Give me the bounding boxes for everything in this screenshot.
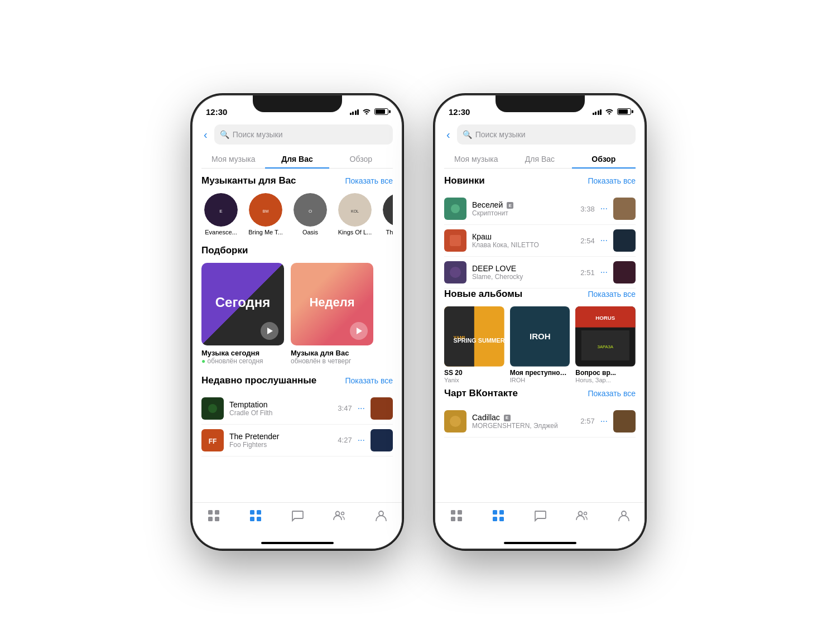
artist-item-oasis[interactable]: O Oasis — [291, 193, 330, 236]
song-more-deeplove[interactable]: ··· — [600, 267, 608, 277]
chart-section-header-right: Чарт ВКонтакте Показать все — [444, 388, 636, 399]
chart-show-all-right[interactable]: Показать все — [588, 389, 636, 398]
svg-rect-8 — [383, 193, 393, 227]
album-item-iroh[interactable]: IROH Моя преступность IROH — [510, 306, 570, 383]
svg-rect-55 — [493, 510, 497, 515]
search-icon-right: 🔍 — [463, 130, 472, 139]
tabbar-profile-right[interactable] — [617, 508, 631, 523]
artist-name-oasis: Oasis — [302, 229, 318, 236]
song-more-temptation[interactable]: ··· — [358, 403, 365, 414]
song-item-temptation[interactable]: Temptation Cradle Of Filth 3:47 ··· — [201, 393, 393, 425]
signal-icon-right — [593, 108, 602, 115]
tabbar-music-right[interactable] — [491, 508, 506, 523]
tabbar-feed-right[interactable] — [449, 508, 464, 523]
search-text-right: Поиск музыки — [475, 130, 526, 139]
search-bar-left[interactable]: 🔍 Поиск музыки — [214, 124, 393, 145]
status-icons-right — [593, 108, 632, 116]
albums-title-right: Новые альбомы — [444, 289, 522, 300]
tabbar-profile-left[interactable] — [374, 508, 388, 523]
tab-my-music-right[interactable]: Моя музыка — [444, 150, 508, 168]
artist-item-bringme[interactable]: BM Bring Me T... — [246, 193, 285, 236]
artist-name-three: Three D... — [386, 229, 393, 236]
song-duration-temptation: 3:47 — [338, 404, 352, 412]
search-icon-left: 🔍 — [220, 130, 229, 139]
playlist-card-today[interactable]: Сегодня Музыка сегодня ● обновлён сегодн… — [201, 263, 284, 366]
svg-rect-57 — [493, 517, 497, 521]
tabbar-feed-left[interactable] — [206, 508, 221, 523]
svg-rect-52 — [458, 510, 462, 515]
album-title-horus: Вопрос вр... — [575, 369, 636, 377]
recent-section-header-left: Недавно прослушанные Показать все — [201, 375, 393, 386]
notch-right — [496, 95, 585, 112]
play-button-week[interactable] — [350, 322, 368, 340]
new-show-all-right[interactable]: Показать все — [588, 176, 636, 185]
tabbar-friends-left[interactable] — [332, 508, 347, 523]
album-item-horus[interactable]: HORUS ЗАРАЗА Вопрос вр... Horus, Зар... — [575, 306, 636, 383]
search-bar-right[interactable]: 🔍 Поиск музыки — [457, 124, 636, 145]
svg-rect-51 — [451, 510, 455, 515]
artist-name-evanescence: Evanescе... — [205, 229, 237, 236]
song-more-krash[interactable]: ··· — [600, 236, 608, 246]
back-button-right[interactable]: ‹ — [444, 127, 453, 142]
artist-item-evanescence[interactable]: E Evanescе... — [201, 193, 240, 236]
album-item-ss20[interactable]: YAMI SPRING SUMMER 20 SS 20 Yanix — [444, 306, 504, 383]
song-item-deeplove[interactable]: DEEP LOVE Slame, Cherocky 2:51 ··· — [444, 257, 636, 289]
album-grid-right: YAMI SPRING SUMMER 20 SS 20 Yanix — [444, 306, 636, 383]
artists-title-left: Музыканты для Вас — [201, 175, 296, 186]
tabbar-chat-right[interactable] — [533, 508, 547, 523]
recent-title-left: Недавно прослушанные — [201, 375, 316, 386]
song-artist-krash: Клава Кока, NILETTO — [472, 241, 575, 249]
status-time-right: 12:30 — [449, 107, 470, 117]
svg-rect-21 — [257, 510, 261, 515]
song-duration-cadillac: 2:57 — [580, 417, 594, 425]
tab-browse-right[interactable]: Обзор — [572, 150, 636, 168]
tab-my-music-left[interactable]: Моя музыка — [201, 150, 265, 168]
album-artist-iroh: IROH — [510, 377, 570, 383]
svg-rect-19 — [215, 517, 219, 521]
phone-right: 12:30 — [435, 95, 644, 549]
battery-icon-left — [374, 108, 388, 115]
song-item-pretender[interactable]: FF The Pretender Foo Fighters 4:27 ··· — [201, 425, 393, 456]
recent-show-all-left[interactable]: Показать все — [345, 376, 393, 385]
song-duration-veseley: 3:38 — [580, 205, 594, 213]
content-left: ‹ 🔍 Поиск музыки Моя музыка Для Вас — [193, 120, 402, 502]
tab-for-you-right[interactable]: Для Вас — [508, 150, 571, 168]
playlist-subtitle-week: обновлён в четверг — [291, 357, 373, 366]
song-duration-pretender: 4:27 — [338, 436, 352, 444]
song-item-veseley[interactable]: Веселей E Скриптонит 3:38 ··· — [444, 193, 636, 225]
svg-rect-31 — [450, 235, 461, 246]
tab-browse-left[interactable]: Обзор — [329, 150, 393, 168]
tabbar-friends-right[interactable] — [575, 508, 589, 523]
tab-for-you-left[interactable]: Для Вас — [265, 150, 329, 168]
artists-row-left: E Evanescе... BM Bring Me T... — [201, 193, 393, 236]
svg-point-49 — [450, 416, 461, 427]
svg-text:HORUS: HORUS — [596, 315, 616, 321]
svg-point-11 — [208, 404, 217, 413]
song-more-pretender[interactable]: ··· — [358, 435, 365, 445]
play-button-today[interactable] — [261, 322, 278, 340]
phone-left-screen: 12:30 — [193, 95, 402, 549]
artist-item-kings[interactable]: KOL Kings Of L... — [335, 193, 374, 236]
home-indicator-left — [261, 542, 334, 544]
artists-show-all-left[interactable]: Показать все — [345, 176, 393, 185]
albums-section-header-right: Новые альбомы Показать все — [444, 289, 636, 300]
song-more-veseley[interactable]: ··· — [600, 204, 608, 214]
nav-header-right: ‹ 🔍 Поиск музыки — [444, 120, 636, 150]
song-name-veseley: Веселей E — [472, 200, 575, 209]
back-button-left[interactable]: ‹ — [201, 127, 210, 142]
svg-rect-58 — [499, 517, 504, 521]
svg-rect-54 — [458, 517, 462, 521]
song-artist-pretender: Foo Fighters — [229, 441, 332, 449]
tabbar-chat-left[interactable] — [290, 508, 305, 523]
svg-point-24 — [335, 512, 339, 516]
svg-rect-22 — [250, 517, 254, 521]
svg-rect-23 — [257, 517, 261, 521]
tabbar-music-left[interactable] — [248, 508, 263, 523]
song-more-cadillac[interactable]: ··· — [600, 416, 608, 426]
artist-item-three[interactable]: 3D Three D... — [380, 193, 393, 236]
song-item-cadillac[interactable]: Cadillac E MORGENSHTERN, Элджей 2:57 ··· — [444, 406, 636, 438]
song-item-krash[interactable]: Краш Клава Кока, NILETTO 2:54 ··· — [444, 225, 636, 257]
playlist-card-week[interactable]: Неделя Музыка для Вас обновлён в четверг — [291, 263, 373, 366]
albums-show-all-right[interactable]: Показать все — [588, 290, 636, 299]
status-time-left: 12:30 — [206, 107, 227, 117]
